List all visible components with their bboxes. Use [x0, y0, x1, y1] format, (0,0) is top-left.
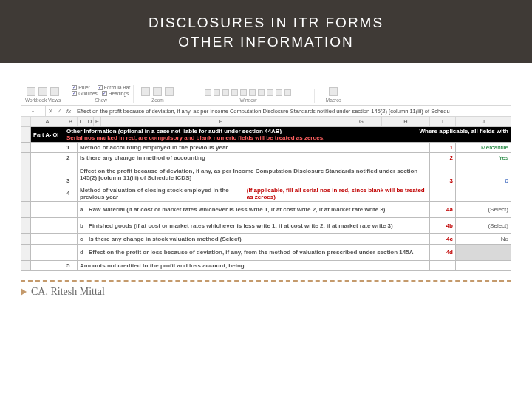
select-all-corner[interactable] — [21, 117, 31, 126]
table-row: 1 Method of accounting employed in the p… — [21, 143, 511, 153]
sub-c-text: Is there any change in stock valuation m… — [86, 234, 430, 244]
hide-icon[interactable] — [240, 89, 247, 96]
col-H[interactable]: H — [382, 117, 430, 126]
group-label-macros: Macros — [326, 98, 341, 103]
excel-ribbon: Workbook Views RulerFormula Bar Gridline… — [21, 83, 511, 106]
zoom-icon[interactable] — [141, 87, 150, 96]
formula-bar: ▾ ✕ ✓ fx Effect on the profit because of… — [21, 106, 511, 117]
sub-a-text: Raw Material (if at cost or market rates… — [86, 202, 430, 217]
sub-c-value[interactable]: No — [456, 234, 511, 244]
col-E[interactable]: E — [94, 117, 101, 126]
table-row: d Effect on the profit or loss because o… — [21, 245, 511, 261]
table-row: c Is there any change in stock valuation… — [21, 234, 511, 245]
ribbon-group-show: RulerFormula Bar GridlinesHeadings Show — [69, 85, 134, 103]
split-icon[interactable] — [231, 89, 238, 96]
row3-text: Effect on the profit because of deviatio… — [78, 163, 430, 185]
part-a-oi-label: Part A- OI — [31, 127, 64, 142]
enter-formula-icon[interactable]: ✓ — [55, 106, 64, 116]
serial-1: 1 — [64, 143, 78, 152]
sub-b-text: Finished goods (if at cost or market rat… — [86, 218, 430, 233]
cancel-formula-icon[interactable]: ✕ — [46, 106, 55, 116]
sub-a-value[interactable]: (Select) — [456, 202, 511, 217]
row3-value[interactable]: 0 — [456, 163, 511, 185]
reset-window-icon[interactable] — [276, 89, 282, 96]
sub-d-text: Effect on the profit or loss because of … — [86, 245, 430, 260]
page-layout-icon[interactable] — [38, 87, 47, 96]
unhide-icon[interactable] — [249, 89, 256, 96]
sub-b-value[interactable]: (Select) — [456, 218, 511, 233]
column-headers: A B C D E F G H I J — [21, 117, 511, 127]
switch-windows-icon[interactable] — [284, 89, 291, 96]
sub-a: a — [78, 202, 86, 217]
col-G[interactable]: G — [341, 117, 382, 126]
sub-b: b — [78, 218, 86, 233]
fx-icon[interactable]: fx — [64, 106, 74, 116]
row2-value[interactable]: Yes — [456, 153, 511, 163]
triangle-icon — [21, 288, 27, 296]
col-C[interactable]: C — [78, 117, 86, 126]
serial-5: 5 — [64, 261, 78, 270]
pagebreak-preview-icon[interactable] — [27, 87, 35, 96]
row2-code: 2 — [430, 153, 456, 163]
sub-d: d — [78, 245, 86, 260]
ruler-checkbox[interactable] — [72, 85, 77, 90]
row2-text: Is there any change in method of account… — [78, 153, 430, 163]
new-window-icon[interactable] — [205, 89, 211, 96]
serial-2: 2 — [64, 153, 78, 163]
ribbon-group-zoom: Zoom — [138, 87, 177, 103]
row1-code: 1 — [430, 143, 456, 152]
custom-views-icon[interactable] — [50, 87, 59, 96]
arrange-all-icon[interactable] — [214, 89, 220, 96]
title-line2: OTHER INFORMATION — [7, 33, 525, 52]
formulabar-checkbox[interactable] — [98, 85, 103, 90]
footer-divider — [21, 280, 511, 282]
sync-scroll-icon[interactable] — [267, 89, 273, 96]
row1-value[interactable]: Mercantile — [456, 143, 511, 152]
author-name: CA. Ritesh Mittal — [31, 286, 105, 298]
col-J[interactable]: J — [456, 117, 511, 126]
table-row: a Raw Material (if at cost or market rat… — [21, 202, 511, 218]
name-box[interactable]: ▾ — [21, 106, 46, 116]
col-B[interactable]: B — [64, 117, 78, 126]
group-label-zoom: Zoom — [151, 98, 164, 103]
sub-c-code: 4c — [430, 234, 456, 244]
row3-code: 3 — [430, 163, 456, 185]
group-label-show: Show — [95, 98, 107, 103]
freeze-panes-icon[interactable] — [222, 89, 229, 96]
headings-checkbox[interactable] — [102, 91, 107, 96]
formula-input[interactable]: Effect on the profit because of deviatio… — [74, 108, 511, 115]
slide-title: DISCLOSURES IN ITR FORMS OTHER INFORMATI… — [0, 0, 532, 63]
zoom-100-icon[interactable] — [153, 87, 162, 96]
col-F[interactable]: F — [101, 117, 341, 126]
title-line1: DISCLOSURES IN ITR FORMS — [7, 13, 525, 33]
table-row: 2 Is there any change in method of accou… — [21, 153, 511, 163]
ribbon-group-window: Window — [182, 89, 315, 103]
group-label-views: Workbook Views — [25, 98, 61, 103]
col-I[interactable]: I — [430, 117, 456, 126]
gridlines-checkbox[interactable] — [72, 91, 77, 96]
row1-text: Method of accounting employed in the pre… — [78, 143, 430, 152]
row4-text: Method of valuation of closing stock emp… — [80, 187, 244, 200]
table-row: 3 Effect on the profit because of deviat… — [21, 163, 511, 185]
sub-d-code: 4d — [430, 245, 456, 260]
sub-c: c — [78, 234, 86, 244]
zoom-selection-icon[interactable] — [165, 87, 174, 96]
sub-d-value — [456, 245, 511, 260]
col-D[interactable]: D — [86, 117, 94, 126]
header-text-1r: Where applicable, all fields with — [420, 128, 508, 134]
table-row: 5 Amounts not credited to the profit and… — [21, 261, 511, 271]
table-row: 4 Method of valuation of closing stock e… — [21, 185, 511, 202]
col-A[interactable]: A — [31, 117, 64, 126]
serial-4: 4 — [64, 185, 78, 201]
group-label-window: Window — [239, 98, 256, 103]
sheet-header-row: Part A- OI Other Information (optional i… — [21, 127, 511, 143]
sub-a-code: 4a — [430, 202, 456, 217]
table-row: b Finished goods (if at cost or market r… — [21, 218, 511, 234]
ribbon-group-macros: Macros — [319, 87, 347, 103]
macros-icon[interactable] — [329, 87, 338, 96]
ribbon-group-views: Workbook Views — [22, 87, 64, 103]
header-text-2: Serial nos marked in red, are compulsory… — [66, 134, 324, 141]
view-side-by-side-icon[interactable] — [258, 89, 265, 96]
row5-text: Amounts not credited to the profit and l… — [78, 261, 430, 270]
sub-b-code: 4b — [430, 218, 456, 233]
